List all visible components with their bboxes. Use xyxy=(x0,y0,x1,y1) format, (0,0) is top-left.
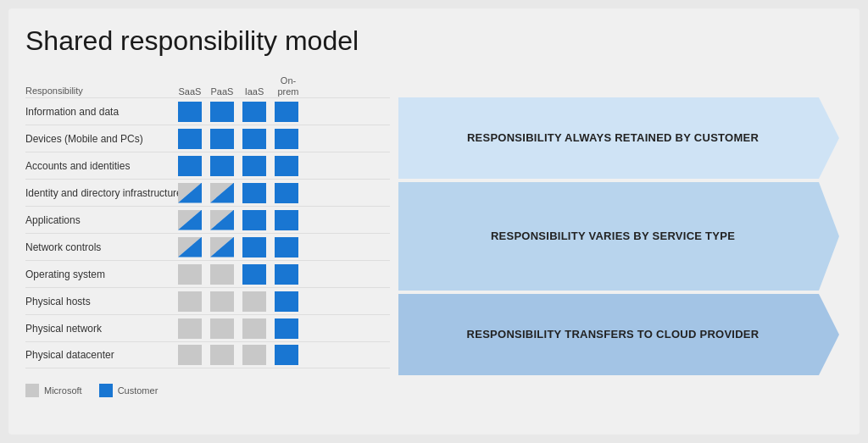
cell-saas xyxy=(174,152,206,180)
arrow-group-0: RESPONSIBILITY ALWAYS RETAINED BY CUSTOM… xyxy=(398,97,843,179)
cell-iaas xyxy=(238,180,270,207)
table-row: Operating system xyxy=(25,260,390,287)
table-row: Network controls xyxy=(25,233,390,260)
cell-iaas xyxy=(238,261,270,288)
cell-onprem xyxy=(270,234,303,261)
table-section: Responsibility SaaS PaaS IaaS On-prem In… xyxy=(25,70,390,375)
cell-paas xyxy=(206,261,238,288)
col-responsibility: Responsibility xyxy=(25,86,174,97)
table-row: Physical hosts xyxy=(25,287,390,314)
legend-microsoft-label: Microsoft xyxy=(44,385,82,396)
table-row: Information and data xyxy=(25,97,390,125)
page-container: Shared responsibility model Responsibili… xyxy=(8,8,860,435)
rows-container: Information and dataDevices (Mobile and … xyxy=(25,97,390,375)
cell-iaas xyxy=(238,288,270,315)
table-row: Physical datacenter xyxy=(25,341,390,368)
cell-paas xyxy=(206,341,238,368)
arrow-group-2: RESPONSIBILITY TRANSFERS TO CLOUD PROVID… xyxy=(398,294,843,375)
cell-iaas xyxy=(238,341,270,368)
cell-onprem xyxy=(270,315,303,342)
cell-onprem xyxy=(270,207,303,234)
legend-customer-icon xyxy=(99,384,113,397)
cell-paas xyxy=(206,207,238,234)
row-label: Operating system xyxy=(25,269,174,280)
arrows-section: RESPONSIBILITY ALWAYS RETAINED BY CUSTOM… xyxy=(390,97,843,375)
cell-paas xyxy=(206,288,238,315)
cell-onprem xyxy=(270,288,303,315)
col-onprem: On-prem xyxy=(270,75,306,97)
table-row: Accounts and identities xyxy=(25,152,390,179)
legend-customer-label: Customer xyxy=(118,385,159,396)
row-label: Accounts and identities xyxy=(25,160,174,172)
column-headers: Responsibility SaaS PaaS IaaS On-prem xyxy=(25,70,390,97)
table-row: Devices (Mobile and PCs) xyxy=(25,125,390,152)
cell-onprem xyxy=(270,152,303,180)
col-paas: PaaS xyxy=(206,86,238,97)
cell-saas xyxy=(174,234,206,261)
row-label: Physical datacenter xyxy=(25,349,174,361)
cell-iaas xyxy=(238,152,270,180)
main-content: Responsibility SaaS PaaS IaaS On-prem In… xyxy=(25,70,843,375)
cell-paas xyxy=(206,98,238,125)
cell-iaas xyxy=(238,98,270,125)
table-row: Applications xyxy=(25,206,390,233)
cell-paas xyxy=(206,234,238,261)
legend: Microsoft Customer xyxy=(25,384,843,397)
cell-saas xyxy=(174,341,206,368)
cell-onprem xyxy=(270,261,303,288)
cell-paas xyxy=(206,125,238,152)
table-row: Identity and directory infrastructure xyxy=(25,179,390,206)
col-iaas: IaaS xyxy=(238,86,270,97)
legend-microsoft: Microsoft xyxy=(25,384,82,397)
cell-onprem xyxy=(270,125,303,152)
col-saas: SaaS xyxy=(174,86,206,97)
table-row: Physical network xyxy=(25,314,390,341)
cell-paas xyxy=(206,315,238,342)
cell-onprem xyxy=(270,341,303,368)
cell-saas xyxy=(174,288,206,315)
row-label: Physical network xyxy=(25,323,174,335)
cell-iaas xyxy=(238,315,270,342)
cell-iaas xyxy=(238,207,270,234)
cell-saas xyxy=(174,98,206,125)
arrow-text: RESPONSIBILITY ALWAYS RETAINED BY CUSTOM… xyxy=(467,131,759,146)
cell-saas xyxy=(174,261,206,288)
cell-saas xyxy=(174,207,206,234)
row-label: Network controls xyxy=(25,241,174,253)
arrow-text: RESPONSIBILITY VARIES BY SERVICE TYPE xyxy=(491,230,735,244)
cell-saas xyxy=(174,125,206,152)
arrow-text: RESPONSIBILITY TRANSFERS TO CLOUD PROVID… xyxy=(467,328,760,342)
cell-iaas xyxy=(238,125,270,152)
arrow-shape: RESPONSIBILITY ALWAYS RETAINED BY CUSTOM… xyxy=(398,97,839,179)
cell-saas xyxy=(174,180,206,207)
row-label: Physical hosts xyxy=(25,296,174,307)
row-label: Applications xyxy=(25,214,174,226)
legend-customer: Customer xyxy=(99,384,159,397)
cell-onprem xyxy=(270,98,303,125)
cell-paas xyxy=(206,180,238,207)
cell-iaas xyxy=(238,234,270,261)
cell-onprem xyxy=(270,180,303,207)
arrow-shape: RESPONSIBILITY VARIES BY SERVICE TYPE xyxy=(398,182,839,291)
cell-saas xyxy=(174,315,206,342)
row-label: Identity and directory infrastructure xyxy=(25,187,174,199)
cell-paas xyxy=(206,152,238,180)
row-label: Information and data xyxy=(25,106,174,118)
arrow-shape: RESPONSIBILITY TRANSFERS TO CLOUD PROVID… xyxy=(398,294,839,375)
arrow-group-1: RESPONSIBILITY VARIES BY SERVICE TYPE xyxy=(398,182,843,291)
page-title: Shared responsibility model xyxy=(25,25,843,57)
legend-microsoft-icon xyxy=(25,384,39,397)
row-label: Devices (Mobile and PCs) xyxy=(25,133,174,145)
